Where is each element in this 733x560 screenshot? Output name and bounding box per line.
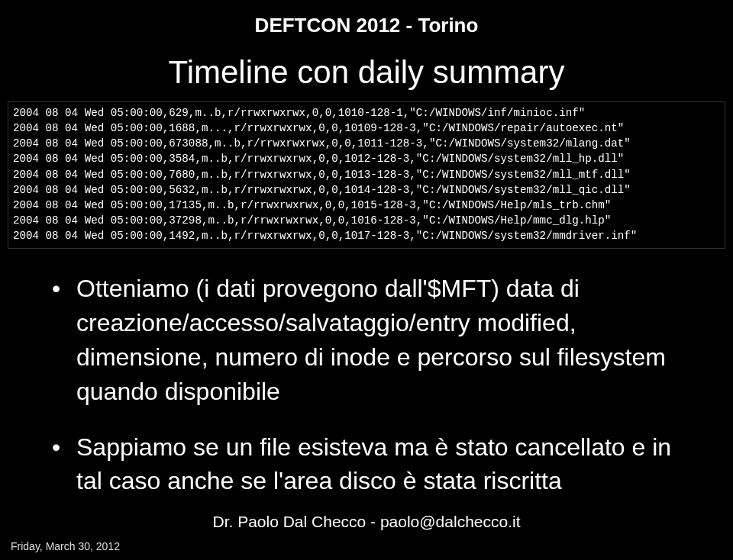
slide-title: Timeline con daily summary bbox=[0, 37, 733, 101]
slide-header: DEFTCON 2012 - Torino bbox=[0, 0, 733, 37]
slide-date: Friday, March 30, 2012 bbox=[11, 540, 120, 552]
terminal-line: 2004 08 04 Wed 05:00:00,17135,m..b,r/rrw… bbox=[13, 198, 720, 213]
slide-footer: Dr. Paolo Dal Checco - paolo@dalchecco.i… bbox=[0, 513, 733, 531]
terminal-output: 2004 08 04 Wed 05:00:00,629,m..b,r/rrwxr… bbox=[8, 101, 725, 249]
terminal-line: 2004 08 04 Wed 05:00:00,1492,m..b,r/rrwx… bbox=[13, 228, 720, 243]
terminal-line: 2004 08 04 Wed 05:00:00,3584,m..b,r/rrwx… bbox=[13, 151, 720, 166]
bullet-item: Otteniamo (i dati provegono dall'$MFT) d… bbox=[76, 272, 687, 408]
bullet-item: Sappiamo se un file esisteva ma è stato … bbox=[76, 430, 687, 499]
terminal-line: 2004 08 04 Wed 05:00:00,37298,m..b,r/rrw… bbox=[13, 213, 720, 228]
terminal-line: 2004 08 04 Wed 05:00:00,629,m..b,r/rrwxr… bbox=[13, 105, 720, 121]
terminal-line: 2004 08 04 Wed 05:00:00,1688,m...,r/rrwx… bbox=[13, 121, 720, 136]
terminal-line: 2004 08 04 Wed 05:00:00,7680,m..b,r/rrwx… bbox=[13, 167, 720, 182]
terminal-line: 2004 08 04 Wed 05:00:00,5632,m..b,r/rrwx… bbox=[13, 182, 720, 198]
terminal-line: 2004 08 04 Wed 05:00:00,673088,m..b,r/rr… bbox=[13, 136, 720, 151]
bullet-list: Otteniamo (i dati provegono dall'$MFT) d… bbox=[76, 272, 687, 498]
